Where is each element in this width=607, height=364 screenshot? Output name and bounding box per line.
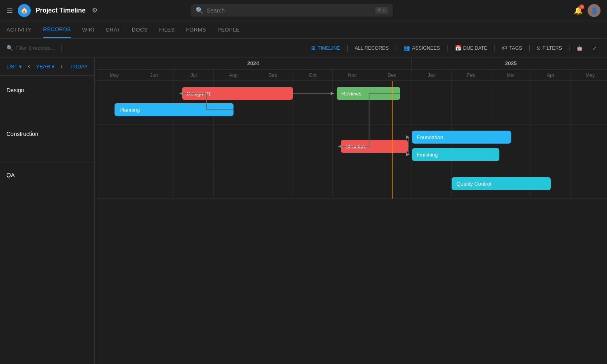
task-bar-structure[interactable]: Structure [341,140,408,153]
task-bar-planning[interactable]: Planning [115,103,233,116]
tab-records[interactable]: RECORDS [43,21,71,38]
timeline-area[interactable]: 20242025MayJunJulAugSepOctNovDecJanFebMa… [95,57,607,364]
grid-cell-construction-1 [134,125,174,168]
year-2024: 2024 [95,57,412,69]
grid-cell-qa-5 [293,168,333,199]
today-button[interactable]: TODAY [70,63,88,70]
month-header: MayJunJulAugSepOctNovDecJanFebMarAprMay [95,70,607,81]
grid-cell-qa-1 [134,168,174,199]
filter-text: Filter 8 records... [15,45,55,51]
row-label-qa: QA [0,163,94,193]
search-bar[interactable]: 🔍 ⌘ K [191,4,393,17]
btn-divider-1: | [346,44,348,52]
month-cell-7: Dec [372,70,412,80]
hamburger-icon[interactable]: ☰ [6,6,13,15]
timeline-button[interactable]: ⊞ TIMELINE [307,43,344,53]
all-records-label: ALL RECORDS [355,45,389,51]
grid-cell-construction-12 [571,125,607,168]
gear-icon[interactable]: ⚙ [92,6,98,14]
tab-files[interactable]: FILES [159,22,175,38]
top-nav: ☰ 🏠 Project Timeline ⚙ 🔍 ⌘ K 🔔 9 👤 [0,0,607,21]
month-cell-3: Aug [214,70,253,80]
all-records-button[interactable]: ALL RECORDS [351,43,393,53]
expand-button[interactable]: ⤢ [588,43,601,53]
year-dropdown-icon: ▾ [52,63,55,70]
grid-cell-design-8 [412,81,452,125]
next-arrow[interactable]: › [58,61,65,71]
due-date-button[interactable]: 📅 DUE DATE [451,43,492,53]
toolbar: 🔍 Filter 8 records... ⊞ TIMELINE | ALL R… [0,39,607,57]
month-cell-11: Apr [531,70,571,80]
tab-wiki[interactable]: WIKI [82,22,94,38]
bot-button[interactable]: 🤖 [573,43,587,53]
content-area: LIST ▾ ‹ YEAR ▾ › TODAY Design Construct… [0,57,607,364]
list-dropdown-icon: ▾ [19,63,22,70]
grid-cell-design-11 [531,81,571,125]
grid-cell-design-0 [95,81,134,125]
row-labels: Design Construction QA [0,76,94,193]
btn-divider-6: | [569,44,570,52]
list-view-button[interactable]: LIST ▾ [6,63,22,70]
grid-cell-construction-0 [95,125,134,168]
due-date-icon: 📅 [455,45,461,51]
year-header: 20242025 [95,57,607,70]
task-bar-quality-control[interactable]: Quality Control [452,177,551,190]
filter-search-icon: 🔍 [6,45,13,51]
grid-cell-qa-0 [95,168,134,199]
app-title: Project Timeline [36,7,85,14]
avatar[interactable]: 👤 [588,4,601,17]
assignees-label: ASSIGNEES [412,45,440,51]
grid-cell-construction-3 [214,125,253,168]
task-bar-design-v1[interactable]: Design V1 [182,87,293,100]
row-label-construction: Construction [0,119,94,163]
assignees-icon: 👥 [403,45,410,51]
task-bar-foundation[interactable]: Foundation [412,131,511,144]
search-input[interactable] [207,7,372,14]
filters-icon: ⧖ [537,45,540,51]
bell-icon[interactable]: 🔔 9 [574,6,583,15]
grid-cell-qa-3 [214,168,253,199]
tab-forms[interactable]: FORMS [186,22,206,38]
tab-bar: ACTIVITY RECORDS WIKI CHAT DOCS FILES FO… [0,21,607,39]
notification-badge: 9 [579,4,584,9]
construction-label: Construction [6,131,38,137]
month-cell-4: Sep [253,70,293,80]
tab-docs[interactable]: DOCS [132,22,148,38]
grid-body: PlanningDesign V1ReviewsStructureFoundat… [95,81,607,199]
btn-divider-2: | [395,44,397,52]
grid-cell-construction-4 [253,125,293,168]
btn-divider-4: | [494,44,495,52]
year-button[interactable]: YEAR ▾ [36,63,55,70]
view-controls: LIST ▾ ‹ YEAR ▾ › TODAY [0,57,94,76]
toolbar-separator [62,44,62,52]
bot-icon: 🤖 [577,45,583,51]
list-view-label: LIST [6,63,17,70]
filter-search[interactable]: 🔍 Filter 8 records... [6,45,55,51]
tags-icon: 🏷 [502,45,507,51]
app-icon: 🏠 [18,4,31,17]
grid-cell-design-5 [293,81,333,125]
prev-arrow[interactable]: ‹ [25,61,32,71]
timeline-icon: ⊞ [311,45,316,51]
tags-button[interactable]: 🏷 TAGS [498,43,526,53]
month-cell-0: May [95,70,134,80]
grid-cell-qa-6 [333,168,372,199]
filters-label: FILTERS [542,45,562,51]
filters-button[interactable]: ⧖ FILTERS [533,43,566,53]
nav-right: 🔔 9 👤 [574,4,601,17]
tags-label: TAGS [509,45,522,51]
year-2025: 2025 [412,57,607,69]
tab-people[interactable]: PEOPLE [217,22,240,38]
task-bar-reviews[interactable]: Reviews [337,87,400,100]
search-icon: 🔍 [195,6,204,14]
month-cell-9: Feb [452,70,491,80]
design-label: Design [6,87,24,93]
task-bar-finishing[interactable]: Finishing [412,148,499,161]
month-cell-8: Jan [412,70,452,80]
search-shortcut: ⌘ K [375,7,388,14]
month-cell-10: Mar [491,70,531,80]
tab-chat[interactable]: CHAT [106,22,120,38]
tab-activity[interactable]: ACTIVITY [6,22,32,38]
assignees-button[interactable]: 👥 ASSIGNEES [399,43,444,53]
grid-cell-qa-2 [174,168,214,199]
